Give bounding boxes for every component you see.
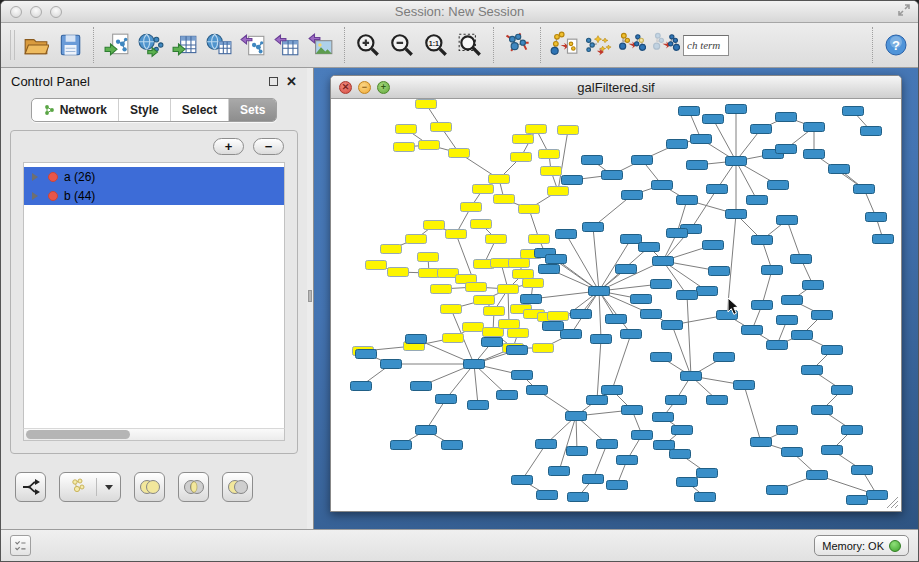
help-button[interactable]: ?	[879, 28, 913, 62]
title-bar[interactable]: Session: New Session	[1, 1, 918, 23]
graph-node[interactable]	[742, 326, 763, 335]
graph-node[interactable]	[589, 287, 610, 296]
graph-node[interactable]	[679, 107, 700, 116]
graph-node[interactable]	[762, 266, 783, 275]
graph-node[interactable]	[602, 171, 623, 180]
graph-node[interactable]	[632, 431, 653, 440]
graph-node[interactable]	[567, 447, 588, 456]
panel-splitter[interactable]	[307, 68, 314, 529]
graph-node[interactable]	[802, 366, 823, 375]
graph-node[interactable]	[776, 145, 797, 154]
graph-node[interactable]	[667, 229, 688, 238]
graph-node[interactable]	[473, 185, 494, 194]
graph-node[interactable]	[513, 270, 534, 279]
graph-node[interactable]	[726, 157, 747, 166]
graph-node[interactable]	[566, 412, 587, 421]
graph-node[interactable]	[468, 401, 489, 410]
graph-node[interactable]	[539, 265, 560, 274]
graph-node[interactable]	[461, 203, 482, 212]
graph-node[interactable]	[697, 287, 718, 296]
add-set-button[interactable]: +	[213, 138, 244, 155]
graph-node[interactable]	[548, 312, 569, 321]
graph-node[interactable]	[539, 150, 560, 159]
graph-node[interactable]	[651, 280, 672, 289]
graph-node[interactable]	[691, 135, 712, 144]
graph-node[interactable]	[651, 353, 672, 362]
graph-node[interactable]	[471, 220, 492, 229]
memory-status-button[interactable]: Memory: OK	[814, 535, 909, 556]
graph-node[interactable]	[782, 296, 803, 305]
graph-node[interactable]	[499, 320, 520, 329]
graph-node[interactable]	[548, 187, 569, 196]
close-frame-button[interactable]: ✕	[339, 81, 352, 94]
graph-node[interactable]	[621, 235, 642, 244]
graph-node[interactable]	[406, 235, 427, 244]
toolbar-drag-handle[interactable]	[10, 30, 15, 60]
graph-node[interactable]	[436, 395, 457, 404]
graph-node[interactable]	[381, 360, 402, 369]
graph-node[interactable]	[519, 205, 540, 214]
fullscreen-arrows-icon[interactable]	[896, 2, 912, 22]
float-panel-icon[interactable]	[269, 77, 278, 86]
import-network-web-button[interactable]	[134, 28, 168, 62]
graph-node[interactable]	[782, 448, 803, 457]
graph-node[interactable]	[751, 438, 772, 447]
import-table-file-button[interactable]	[168, 28, 202, 62]
graph-node[interactable]	[703, 241, 724, 250]
graph-node[interactable]	[616, 265, 637, 274]
graph-node[interactable]	[617, 456, 638, 465]
graph-node[interactable]	[752, 301, 773, 310]
intersect-sets-button[interactable]	[178, 472, 209, 502]
graph-node[interactable]	[416, 100, 437, 109]
splitter-collapse-handle[interactable]	[308, 290, 312, 302]
graph-node[interactable]	[582, 156, 603, 165]
graph-node[interactable]	[662, 321, 683, 330]
network-window-titlebar[interactable]: ✕ − + galFiltered.sif	[331, 76, 901, 99]
graph-node[interactable]	[509, 259, 530, 268]
graph-node[interactable]	[681, 372, 702, 381]
export-table-button[interactable]	[270, 28, 304, 62]
graph-node[interactable]	[541, 167, 562, 176]
graph-node[interactable]	[847, 496, 868, 505]
list-item-set-b[interactable]: b (44)	[24, 186, 284, 205]
graph-node[interactable]	[512, 476, 533, 485]
graph-node[interactable]	[726, 210, 747, 219]
zoom-actual-size-button[interactable]: 1:1	[419, 28, 453, 62]
graph-node[interactable]	[356, 350, 377, 359]
create-set-button[interactable]	[59, 472, 121, 502]
list-item-set-a[interactable]: a (26)	[24, 167, 284, 186]
graph-node[interactable]	[556, 230, 577, 239]
horizontal-scrollbar[interactable]	[23, 428, 285, 441]
graph-node[interactable]	[822, 346, 843, 355]
tab-network[interactable]: Network	[32, 99, 118, 121]
graph-node[interactable]	[587, 396, 608, 405]
graph-node[interactable]	[807, 471, 828, 480]
graph-node[interactable]	[533, 344, 554, 353]
select-first-neighbors-button[interactable]	[581, 28, 615, 62]
graph-node[interactable]	[419, 141, 440, 150]
graph-node[interactable]	[546, 255, 567, 264]
graph-node[interactable]	[411, 382, 432, 391]
tab-style[interactable]: Style	[118, 99, 170, 121]
graph-node[interactable]	[777, 426, 798, 435]
maximize-frame-button[interactable]: +	[377, 81, 390, 94]
graph-node[interactable]	[419, 269, 440, 278]
graph-node[interactable]	[804, 123, 825, 132]
graph-node[interactable]	[832, 386, 853, 395]
graph-node[interactable]	[431, 285, 452, 294]
graph-node[interactable]	[558, 126, 579, 135]
graph-node[interactable]	[391, 441, 412, 450]
resize-grip-icon[interactable]	[885, 495, 899, 509]
graph-node[interactable]	[714, 353, 735, 362]
graph-node[interactable]	[812, 311, 833, 320]
zoom-in-button[interactable]	[351, 28, 385, 62]
graph-node[interactable]	[631, 295, 652, 304]
graph-node[interactable]	[747, 196, 768, 205]
graph-node[interactable]	[873, 235, 894, 244]
graph-node[interactable]	[474, 296, 495, 305]
open-session-button[interactable]	[19, 28, 53, 62]
graph-node[interactable]	[442, 441, 463, 450]
graph-node[interactable]	[792, 331, 813, 340]
graph-node[interactable]	[703, 115, 724, 124]
import-network-file-button[interactable]	[100, 28, 134, 62]
